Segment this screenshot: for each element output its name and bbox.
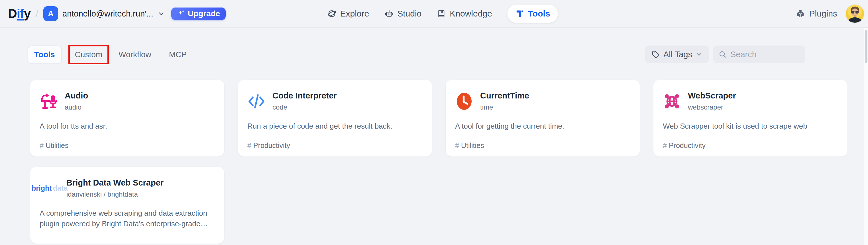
dify-tools-page: Dify / A antonello@writech.run'... Upgra… [0, 0, 868, 245]
tab-custom[interactable]: Custom [75, 50, 102, 59]
nav-label: Explore [340, 9, 369, 19]
tool-provider: time [480, 103, 529, 111]
tool-card-bright-data[interactable]: brightdata Bright Data Web Scraper idanv… [30, 167, 224, 244]
tool-description: Run a piece of code and get the result b… [247, 121, 422, 132]
workspace-name: antonello@writech.run'... [62, 9, 153, 19]
tool-description: A tool for getting the current time. [455, 121, 629, 132]
logo-text: D [8, 6, 17, 21]
tool-description: Web Scrapper tool kit is used to scrape … [663, 121, 837, 132]
card-titles: Bright Data Web Scraper idanvilenski / b… [66, 178, 163, 198]
search-input[interactable] [731, 50, 800, 59]
header-left: Dify / A antonello@writech.run'... Upgra… [8, 6, 226, 21]
breadcrumb-separator: / [36, 8, 38, 19]
scrollbar[interactable] [864, 28, 868, 245]
card-head: Audio audio [40, 91, 214, 111]
webscraper-icon [663, 92, 681, 110]
hash-symbol: # [455, 141, 459, 149]
chevron-down-icon [158, 10, 165, 18]
card-head: Code Interpreter code [247, 91, 422, 111]
tab-workflow[interactable]: Workflow [119, 50, 151, 59]
nav-item-explore[interactable]: Explore [327, 5, 369, 23]
tools-category-tabs: Tools Custom Workflow MCP [28, 45, 187, 64]
tool-description: A tool for tts and asr. [40, 121, 214, 132]
tool-title: WebScraper [688, 91, 736, 100]
tool-provider: idanvilenski / brightdata [66, 190, 163, 198]
dify-logo[interactable]: Dify [8, 6, 30, 21]
hash-symbol: # [247, 141, 251, 149]
tool-tag: #Productivity [663, 141, 706, 150]
tab-mcp[interactable]: MCP [169, 50, 187, 59]
plugins-button[interactable]: Plugins [795, 8, 837, 19]
audio-tts-icon [40, 92, 58, 110]
tool-card-webscraper[interactable]: WebScraper webscraper Web Scrapper tool … [653, 80, 847, 156]
card-titles: Code Interpreter code [272, 91, 337, 111]
scrollbar-thumb[interactable] [865, 30, 867, 63]
nav-label: Studio [397, 9, 422, 19]
tool-title: Audio [65, 91, 88, 100]
tool-provider: code [272, 103, 337, 111]
search-box[interactable] [713, 45, 805, 63]
annotation-box-custom-tab: Custom [68, 45, 109, 64]
tool-provider: audio [65, 103, 88, 111]
tool-tag: #Productivity [247, 141, 290, 150]
user-avatar-photo [846, 5, 864, 23]
card-head: WebScraper webscraper [663, 91, 837, 111]
nav-label: Knowledge [450, 9, 492, 19]
all-tags-dropdown[interactable]: All Tags [645, 45, 709, 63]
search-icon [718, 50, 727, 59]
card-titles: CurrentTime time [480, 91, 529, 111]
clock-icon [455, 92, 473, 110]
tool-tag: #Utilities [40, 141, 68, 150]
tag-label: Productivity [253, 141, 290, 149]
tag-label: Utilities [461, 141, 484, 149]
hash-symbol: # [663, 141, 667, 149]
tag-label: Productivity [669, 141, 706, 149]
filter-bar: All Tags [645, 45, 805, 63]
tool-card-code-interpreter[interactable]: Code Interpreter code Run a piece of cod… [238, 80, 432, 156]
tool-description: A comprehensive web scraping and data ex… [40, 208, 214, 229]
tool-title: CurrentTime [480, 91, 529, 100]
upgrade-button[interactable]: Upgrade [171, 7, 226, 20]
tool-card-audio[interactable]: Audio audio A tool for tts and asr. #Uti… [30, 80, 224, 156]
explore-icon [327, 9, 336, 18]
nav-item-studio[interactable]: Studio [384, 5, 422, 23]
code-icon [247, 92, 266, 110]
tool-title: Bright Data Web Scraper [66, 178, 163, 187]
card-head: brightdata Bright Data Web Scraper idanv… [40, 178, 214, 198]
plugins-label: Plugins [809, 9, 837, 19]
hash-symbol: # [40, 141, 43, 149]
header-right: Plugins [795, 5, 864, 23]
upgrade-label: Upgrade [188, 9, 220, 18]
chevron-down-icon [695, 51, 703, 58]
workspace-switcher[interactable]: A antonello@writech.run'... [43, 6, 165, 21]
workspace-avatar: A [43, 6, 58, 21]
nav-item-knowledge[interactable]: Knowledge [437, 5, 492, 23]
card-titles: WebScraper webscraper [688, 91, 736, 111]
nav-item-tools[interactable]: Tools [507, 5, 558, 23]
user-avatar[interactable] [846, 5, 864, 23]
brand-text: bright [32, 184, 52, 193]
plugins-icon [795, 8, 806, 19]
sparkle-icon [177, 10, 185, 18]
nav-label: Tools [528, 9, 550, 19]
card-titles: Audio audio [65, 91, 88, 111]
tool-tag: #Utilities [455, 141, 484, 150]
brightdata-logo: brightdata [40, 179, 60, 198]
tag-label: Utilities [45, 141, 69, 149]
knowledge-icon [437, 9, 446, 18]
tab-tools[interactable]: Tools [28, 45, 62, 64]
main-nav: Explore Studio Knowledge Tools [327, 5, 558, 23]
tools-icon [515, 9, 524, 18]
card-head: CurrentTime time [455, 91, 629, 111]
tool-card-currenttime[interactable]: CurrentTime time A tool for getting the … [446, 80, 640, 156]
tool-provider: webscraper [688, 103, 736, 111]
tag-icon [651, 50, 660, 59]
top-header: Dify / A antonello@writech.run'... Upgra… [0, 0, 868, 28]
all-tags-label: All Tags [663, 50, 692, 59]
tool-title: Code Interpreter [272, 91, 337, 100]
studio-icon [384, 9, 394, 18]
tools-grid: Audio audio A tool for tts and asr. #Uti… [30, 80, 847, 244]
